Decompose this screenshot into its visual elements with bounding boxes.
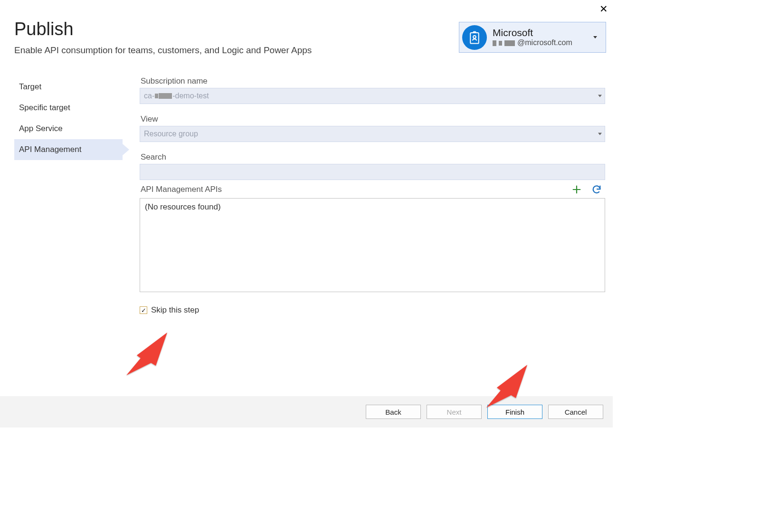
svg-marker-2 xyxy=(126,332,167,375)
api-list-title: API Management APIs xyxy=(141,185,222,194)
empty-message: (No resources found) xyxy=(145,202,221,211)
account-text: Microsoft @microsoft.com xyxy=(493,27,572,48)
subscription-label: Subscription name xyxy=(141,76,605,86)
next-button: Next xyxy=(427,405,482,419)
step-api-management[interactable]: API Management xyxy=(14,139,123,160)
chevron-down-icon xyxy=(598,95,602,97)
step-target[interactable]: Target xyxy=(14,76,123,97)
form-panel: Subscription name ca- -demo-test View Re… xyxy=(123,75,608,318)
skip-step-label: Skip this step xyxy=(151,305,199,315)
chevron-down-icon xyxy=(598,133,602,135)
checkbox-icon: ✓ xyxy=(140,306,147,314)
search-label: Search xyxy=(141,152,605,162)
account-name: Microsoft xyxy=(493,27,572,38)
wizard-steps: Target Specific target App Service API M… xyxy=(14,75,123,318)
svg-point-1 xyxy=(473,35,476,38)
step-app-service[interactable]: App Service xyxy=(14,118,123,139)
subscription-dropdown[interactable]: ca- -demo-test xyxy=(140,88,605,104)
back-button[interactable]: Back xyxy=(366,405,421,419)
add-icon[interactable] xyxy=(571,184,582,195)
dialog-footer: Back Next Finish Cancel xyxy=(0,396,613,428)
refresh-icon[interactable] xyxy=(591,184,602,195)
skip-step-checkbox[interactable]: ✓ Skip this step xyxy=(140,305,605,315)
cancel-button[interactable]: Cancel xyxy=(548,405,603,419)
api-list[interactable]: (No resources found) xyxy=(140,198,605,292)
view-label: View xyxy=(141,114,605,124)
finish-button[interactable]: Finish xyxy=(487,405,542,419)
view-dropdown[interactable]: Resource group xyxy=(140,126,605,142)
view-value: Resource group xyxy=(144,130,198,138)
step-specific-target[interactable]: Specific target xyxy=(14,97,123,118)
chevron-down-icon xyxy=(593,36,597,38)
close-icon[interactable]: ✕ xyxy=(599,4,608,14)
subscription-value-prefix: ca- xyxy=(144,92,154,100)
subscription-value-suffix: -demo-test xyxy=(172,92,209,100)
id-badge-icon xyxy=(462,25,487,50)
account-selector[interactable]: Microsoft @microsoft.com xyxy=(459,22,606,53)
publish-dialog: ✕ Microsoft @microsoft.com Publish Enabl… xyxy=(0,0,613,428)
annotation-arrow-skip xyxy=(124,329,177,381)
account-email: @microsoft.com xyxy=(493,38,572,47)
search-input[interactable] xyxy=(140,164,605,180)
